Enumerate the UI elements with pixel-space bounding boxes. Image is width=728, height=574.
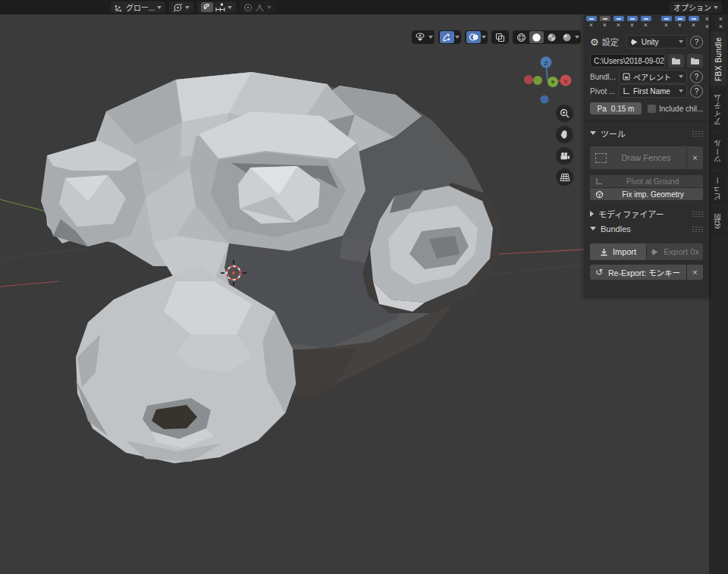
close-icon: × xyxy=(692,153,697,162)
close-icon[interactable]: × xyxy=(719,24,723,30)
mini-toggle[interactable]: × xyxy=(661,16,672,30)
tools-section-header[interactable]: ツール xyxy=(584,127,709,140)
fix-imported-geometry-label: Fix imp. Geometry xyxy=(608,190,698,199)
fix-imported-geometry-button[interactable]: Fix imp. Geometry xyxy=(590,188,703,200)
close-icon[interactable]: × xyxy=(617,22,620,29)
mini-close-pair[interactable]: ×× xyxy=(715,16,726,30)
tab-view[interactable]: ビュー xyxy=(710,172,726,204)
suzanne-monkey-model[interactable] xyxy=(41,72,502,463)
draw-fences-button[interactable]: Draw Fences xyxy=(590,146,686,169)
close-icon[interactable]: × xyxy=(705,24,709,30)
navigation-gizmo[interactable]: X Z xyxy=(520,48,578,110)
tab-item[interactable]: アイテム xyxy=(710,89,726,130)
show-gizmos-toggle[interactable] xyxy=(440,31,454,43)
visibility-dropdown[interactable] xyxy=(412,30,435,44)
help-button[interactable]: ? xyxy=(690,71,703,83)
bundle-by-value: ペアレント xyxy=(633,71,671,83)
path-value: C:\Users\2018-09-02\... xyxy=(594,57,665,65)
close-icon[interactable]: × xyxy=(589,22,593,29)
perspective-toggle-button[interactable] xyxy=(556,168,573,186)
shading-material-button[interactable] xyxy=(544,31,559,43)
camera-icon xyxy=(560,152,570,161)
help-button[interactable]: ? xyxy=(690,85,703,98)
options-dropdown[interactable]: オプション xyxy=(670,2,722,13)
xray-toggle[interactable] xyxy=(493,31,507,43)
tab-label: 名前 xyxy=(713,214,724,230)
dashed-select-icon xyxy=(595,153,607,163)
orientation-label: グロー... xyxy=(126,2,155,13)
tab-name[interactable]: 名前 xyxy=(710,207,726,236)
close-icon[interactable]: × xyxy=(719,16,723,23)
pivot-at-ground-button[interactable]: Pivot at Ground xyxy=(590,175,703,187)
import-button[interactable]: Import xyxy=(590,243,646,260)
expand-triangle-icon xyxy=(590,227,596,231)
modifier-toggle-row: × × × × × × × × ×× ×× xyxy=(584,15,728,31)
bundles-section-header[interactable]: Bundles xyxy=(584,222,709,235)
pivot-dropdown[interactable]: First Name xyxy=(619,84,687,98)
export-path-row: C:\Users\2018-09-02\... xyxy=(584,54,709,67)
close-icon[interactable]: × xyxy=(678,22,682,29)
snap-magnet-icon[interactable] xyxy=(201,2,213,12)
proportional-editing-group[interactable] xyxy=(240,2,275,13)
mini-toggle[interactable]: × xyxy=(599,16,610,30)
falloff-curve-icon xyxy=(255,3,265,11)
viewport-header-bar: グロー... xyxy=(0,0,728,14)
camera-view-button[interactable] xyxy=(556,147,573,165)
show-object-types-icon[interactable] xyxy=(413,31,428,43)
tab-fbx-bundle[interactable]: FBX Bundle xyxy=(710,32,726,86)
browse-folder-button[interactable] xyxy=(668,54,684,67)
help-button[interactable]: ? xyxy=(690,36,703,49)
gizmo-negative-z-ball[interactable] xyxy=(541,96,549,104)
mini-toggle[interactable]: × xyxy=(613,16,624,30)
show-overlays-toggle[interactable] xyxy=(466,31,481,43)
panel-grip-icon[interactable] xyxy=(692,226,703,232)
bundles-header-label: Bundles xyxy=(601,224,631,234)
engine-dropdown[interactable]: Unity xyxy=(626,35,687,49)
reexport-row: ↺ Re-Export: モンキー × xyxy=(590,265,703,280)
bundle-by-dropdown[interactable]: ペアレント xyxy=(619,70,687,83)
tool-button-stack: Pivot at Ground Fix imp. Geometry xyxy=(590,175,703,200)
tab-tool[interactable]: ツール xyxy=(710,133,726,169)
shading-rendered-button[interactable] xyxy=(560,31,574,43)
padding-slider[interactable]: Pa 0.15 m xyxy=(590,102,642,114)
mini-toggle[interactable]: × xyxy=(674,16,686,30)
include-children-checkbox[interactable] xyxy=(648,105,656,113)
mini-toggle[interactable]: × xyxy=(688,16,699,30)
mini-toggle[interactable]: × xyxy=(626,16,638,30)
snapping-group[interactable] xyxy=(197,2,236,13)
viewport-overlay-controls xyxy=(412,30,581,44)
shading-wireframe-button[interactable] xyxy=(514,31,529,43)
reexport-button[interactable]: ↺ Re-Export: モンキー xyxy=(590,265,686,280)
chevron-down-icon xyxy=(679,89,683,93)
fbx-bundle-panel: × × × × × × × × ×× ×× ⚙ 設定 Unity ? C:\Us… xyxy=(584,14,709,298)
close-icon[interactable]: × xyxy=(603,22,607,29)
draw-fences-cancel-button[interactable]: × xyxy=(686,146,703,169)
reexport-cancel-button[interactable]: × xyxy=(686,265,703,280)
path-field[interactable]: C:\Users\2018-09-02\... xyxy=(590,54,665,67)
gizmo-negative-y-ball[interactable] xyxy=(533,76,542,85)
close-icon[interactable]: × xyxy=(692,22,695,29)
pan-button[interactable] xyxy=(556,126,573,143)
close-icon[interactable]: × xyxy=(630,22,634,29)
zoom-button[interactable] xyxy=(556,105,573,122)
grid-icon xyxy=(560,173,570,182)
gizmo-negative-x-ball[interactable] xyxy=(524,75,533,84)
close-icon[interactable]: × xyxy=(664,22,668,29)
modifiers-section-header[interactable]: モディファイアー xyxy=(584,207,709,220)
close-icon: × xyxy=(692,268,697,277)
open-folder-button[interactable] xyxy=(687,54,703,67)
transform-orientation-dropdown[interactable]: グロー... xyxy=(111,2,165,13)
close-icon[interactable]: × xyxy=(644,22,648,29)
mini-toggle[interactable]: × xyxy=(640,16,651,30)
mini-close-pair[interactable]: ×× xyxy=(701,16,713,30)
shading-solid-button[interactable] xyxy=(529,31,544,43)
viewport-side-controls xyxy=(556,105,573,186)
panel-grip-icon[interactable] xyxy=(692,130,703,136)
pivot-value: First Name xyxy=(633,87,670,96)
panel-grip-icon[interactable] xyxy=(692,211,703,217)
mini-toggle[interactable]: × xyxy=(585,16,597,30)
close-icon[interactable]: × xyxy=(705,16,709,23)
padding-label: Pa xyxy=(598,105,607,113)
pivot-point-dropdown[interactable] xyxy=(169,2,193,13)
export-button[interactable]: Export 0x xyxy=(647,243,703,260)
